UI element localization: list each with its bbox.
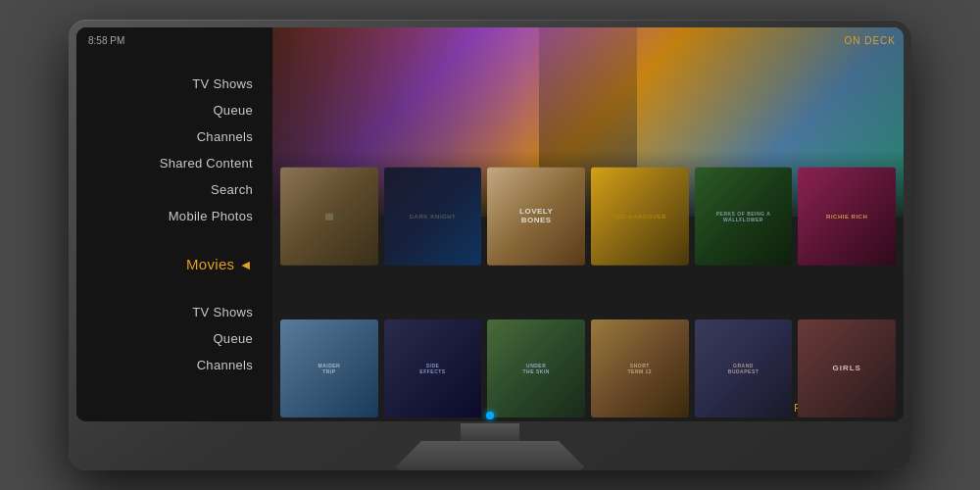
nav-item-channels-2[interactable]: Channels (76, 353, 272, 377)
tv-screen-bezel: 8:58 PM TV Shows Queue Channels Shared C… (76, 27, 904, 421)
nav-item-search[interactable]: Search (76, 177, 272, 202)
content-area: TV Shows Queue Channels Shared Content S… (76, 27, 904, 421)
tv-set: 8:58 PM TV Shows Queue Channels Shared C… (69, 20, 911, 470)
nav-item-tvshows-2[interactable]: TV Shows (76, 300, 272, 324)
nav-item-mobile-photos[interactable]: Mobile Photos (76, 204, 272, 228)
tv-stand-base (392, 441, 588, 470)
tv-stand (392, 423, 588, 470)
poster-girls[interactable]: GIRLS (798, 319, 896, 418)
nav-item-queue-1[interactable]: Queue (76, 98, 272, 122)
poster-alt6[interactable]: RICHIE RICH (798, 168, 896, 267)
nav-item-channels-1[interactable]: Channels (76, 124, 272, 149)
nav-movies-label: Movies (186, 256, 234, 272)
power-led (486, 412, 494, 419)
nav-section-bottom: TV Shows Queue Channels (76, 300, 272, 377)
poster-lovely-bones[interactable]: LOVELYBONES (487, 168, 585, 267)
on-deck-label: On Deck (844, 35, 896, 46)
poster-side-effects[interactable]: SIDEEFFECTS (384, 319, 482, 418)
poster-hangover[interactable]: THE HANGOVER (591, 168, 689, 267)
bottom-posters-row: MAIDENTRIP SIDEEFFECTS UNDERTHE SKIN (272, 319, 904, 418)
screen: 8:58 PM TV Shows Queue Channels Shared C… (76, 27, 904, 421)
poster-perks[interactable]: PERKS OF BEING A WALLFLOWER (695, 168, 793, 267)
poster-under-skin[interactable]: UNDERTHE SKIN (487, 319, 585, 418)
nav-divider (76, 228, 272, 248)
left-nav: TV Shows Queue Channels Shared Content S… (76, 27, 272, 421)
nav-item-movies-active[interactable]: Movies ◄ (76, 248, 272, 280)
tv-stand-neck (461, 423, 519, 441)
timestamp: 8:58 PM (88, 35, 124, 46)
main-content: On Deck Recently Added 🎵 (272, 27, 904, 421)
nav-arrow-icon: ◄ (239, 257, 253, 272)
nav-item-shared-content[interactable]: Shared Content (76, 151, 272, 175)
top-posters-row: 🎵 DARK KNIGHT LOVELYBONES (272, 168, 904, 267)
poster-dark-knight[interactable]: DARK KNIGHT (384, 168, 482, 267)
nav-section-top: TV Shows Queue Channels Shared Content S… (76, 72, 272, 228)
nav-divider-2 (76, 280, 272, 300)
poster-grand-budapest[interactable]: GRANDBUDAPEST (695, 319, 793, 418)
nav-item-queue-2[interactable]: Queue (76, 326, 272, 351)
poster-short-term-12[interactable]: SHORTTERM 12 (591, 319, 689, 418)
nav-item-tvshows-1[interactable]: TV Shows (76, 72, 272, 96)
poster-maiden-trip[interactable]: 🎵 (280, 168, 378, 267)
poster-maiden2[interactable]: MAIDENTRIP (280, 319, 378, 418)
